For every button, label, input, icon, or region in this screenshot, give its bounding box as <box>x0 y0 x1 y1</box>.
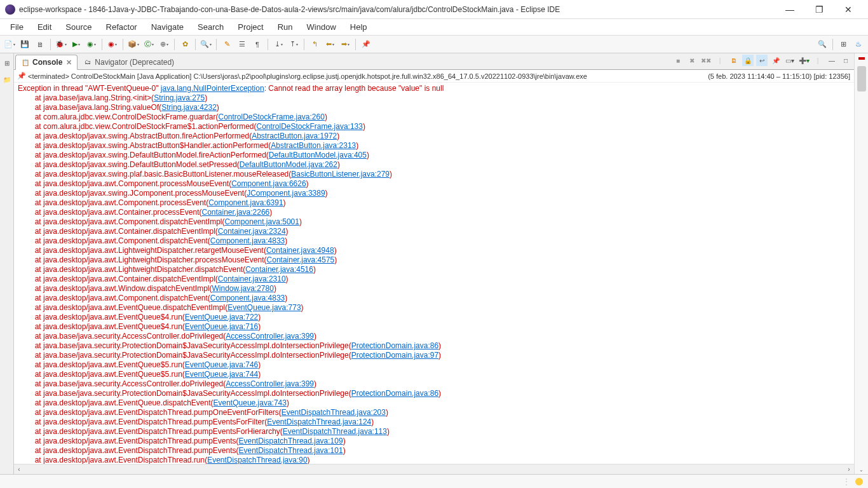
terminate-icon[interactable]: ■ <box>672 55 684 66</box>
menu-navigate[interactable]: Navigate <box>145 20 190 34</box>
tab-navigator[interactable]: 🗂 Navigator (Deprecated) <box>78 54 180 69</box>
stack-link[interactable]: EventDispatchThread.java:109 <box>239 437 343 445</box>
menu-help[interactable]: Help <box>344 20 374 34</box>
scroll-down-icon[interactable]: ⌄ <box>859 467 864 473</box>
pin-editor-button[interactable]: 📌 <box>359 37 373 51</box>
stack-link[interactable]: EventQueue.java:773 <box>227 303 301 312</box>
remove-launch-icon[interactable]: ✖ <box>686 55 698 66</box>
overview-ruler[interactable]: ⌄ <box>854 53 868 474</box>
minimize-view-icon[interactable]: — <box>826 55 837 66</box>
stack-link[interactable]: EventDispatchThread.java:203 <box>281 408 386 417</box>
error-marker-icon[interactable] <box>858 57 865 60</box>
new-package-button[interactable]: 📦▾ <box>126 37 140 51</box>
stack-link[interactable]: Component.java:6391 <box>208 198 283 207</box>
next-annotation-button[interactable]: ⤓▾ <box>271 37 285 51</box>
stack-link[interactable]: Container.java:2266 <box>201 208 269 217</box>
new-class-button[interactable]: Ⓒ▾ <box>142 37 156 51</box>
console-output[interactable]: Exception in thread "AWT-EventQueue-0" j… <box>14 83 854 464</box>
stack-link[interactable]: EventQueue.java:743 <box>214 398 287 407</box>
scroll-lock-icon[interactable]: 🔒 <box>742 55 754 66</box>
quick-access-button[interactable]: 🔍 <box>815 37 829 51</box>
stack-link[interactable]: Component.java:5001 <box>225 217 299 226</box>
window-close[interactable]: ✕ <box>834 0 863 19</box>
stack-link[interactable]: Container.java:2324 <box>218 227 286 236</box>
open-perspective-button[interactable]: ⊞ <box>836 37 850 51</box>
package-explorer-icon[interactable]: 📁 <box>0 72 14 86</box>
back-button[interactable]: ⬅▾ <box>323 37 337 51</box>
run-last-button[interactable]: ◉▾ <box>105 37 119 51</box>
scrollbar-thumb[interactable] <box>857 66 866 92</box>
window-maximize[interactable]: ❐ <box>804 0 834 19</box>
stack-link[interactable]: String.java:4232 <box>161 103 217 112</box>
stack-link[interactable]: AccessController.java:399 <box>226 379 314 388</box>
stack-link[interactable]: ControlDeStockFrame.java:260 <box>218 112 324 121</box>
menu-edit[interactable]: Edit <box>31 20 58 34</box>
stack-link[interactable]: ProtectionDomain.java:86 <box>351 341 438 350</box>
menu-file[interactable]: File <box>4 20 30 34</box>
maximize-view-icon[interactable]: □ <box>840 55 851 66</box>
prev-annotation-button[interactable]: ⤒▾ <box>287 37 301 51</box>
tab-console-close-icon[interactable]: ✕ <box>66 58 72 67</box>
clear-console-icon[interactable]: 🗎 <box>728 55 740 66</box>
stack-link[interactable]: EventQueue.java:722 <box>185 313 258 322</box>
stack-link[interactable]: Component.java:4833 <box>210 294 285 302</box>
stack-link[interactable]: EventDispatchThread.java:101 <box>239 446 343 455</box>
last-edit-button[interactable]: ↰ <box>308 37 322 51</box>
pin-console-icon[interactable]: 📌 <box>770 55 782 66</box>
save-button[interactable]: 💾 <box>18 37 32 51</box>
stack-link[interactable]: ControlDeStockFrame.java:133 <box>257 122 363 131</box>
debug-button[interactable]: 🐞▾ <box>54 37 68 51</box>
stack-link[interactable]: EventDispatchThread.java:113 <box>283 427 387 436</box>
stack-link[interactable]: Component.java:4833 <box>210 236 285 245</box>
stack-link[interactable]: EventQueue.java:746 <box>185 360 258 369</box>
exception-link[interactable]: java.lang.NullPointerException <box>161 84 264 93</box>
stack-link[interactable]: AbstractButton.java:1972 <box>252 132 337 140</box>
scroll-right-icon[interactable]: › <box>844 466 854 473</box>
display-console-icon[interactable]: ▭▾ <box>784 55 796 66</box>
stack-link[interactable]: Window.java:2780 <box>212 284 273 293</box>
stack-link[interactable]: EventDispatchThread.java:124 <box>267 417 371 426</box>
stack-link[interactable]: Container.java:4516 <box>245 265 313 274</box>
new-button[interactable]: 📄▾ <box>3 37 17 51</box>
tip-icon[interactable] <box>855 478 863 485</box>
stack-link[interactable]: JComponent.java:3389 <box>247 189 325 198</box>
open-type-button[interactable]: ✿ <box>178 37 192 51</box>
search-button[interactable]: 🔍▾ <box>199 37 213 51</box>
save-all-button[interactable]: 🗎 <box>33 37 47 51</box>
forward-button[interactable]: ➡▾ <box>338 37 352 51</box>
stack-link[interactable]: AccessController.java:399 <box>226 332 314 341</box>
stack-link[interactable]: DefaultButtonModel.java:405 <box>269 151 367 159</box>
remove-all-icon[interactable]: ✖✖ <box>700 55 712 66</box>
toggle-mark-button[interactable]: ✎ <box>220 37 234 51</box>
stack-link[interactable]: Container.java:4948 <box>266 246 334 255</box>
scroll-left-icon[interactable]: ‹ <box>14 466 24 473</box>
stack-link[interactable]: EventQueue.java:716 <box>185 322 258 331</box>
stack-link[interactable]: DefaultButtonModel.java:262 <box>240 160 337 169</box>
word-wrap-icon[interactable]: ↩ <box>756 55 768 66</box>
tab-console[interactable]: 📋 Console ✕ <box>15 55 78 70</box>
stack-link[interactable]: Container.java:2310 <box>218 274 286 283</box>
stack-link[interactable]: EventDispatchThread.java:90 <box>207 456 307 464</box>
coverage-button[interactable]: ◉▾ <box>85 37 98 51</box>
menu-refactor[interactable]: Refactor <box>100 20 144 34</box>
horizontal-scrollbar[interactable]: ‹ › <box>14 464 854 474</box>
toggle-block-button[interactable]: ☰ <box>235 37 249 51</box>
stack-link[interactable]: Container.java:4575 <box>267 255 335 264</box>
new-type-button[interactable]: ⊕▾ <box>157 37 171 51</box>
run-button[interactable]: ▶▾ <box>69 37 83 51</box>
java-perspective-button[interactable]: ♨ <box>851 37 865 51</box>
menu-search[interactable]: Search <box>191 20 230 34</box>
window-minimize[interactable]: — <box>775 0 804 19</box>
stack-link[interactable]: AbstractButton.java:2313 <box>271 141 356 150</box>
menu-project[interactable]: Project <box>231 20 269 34</box>
menu-source[interactable]: Source <box>59 20 98 34</box>
stack-link[interactable]: BasicButtonListener.java:279 <box>291 170 390 179</box>
show-whitespace-button[interactable]: ¶ <box>250 37 264 51</box>
stack-link[interactable]: EventQueue.java:744 <box>185 370 258 379</box>
open-console-icon[interactable]: ➕▾ <box>798 55 810 66</box>
restore-left-icon[interactable]: ⊞ <box>0 56 14 70</box>
menu-run[interactable]: Run <box>271 20 299 34</box>
stack-link[interactable]: ProtectionDomain.java:97 <box>351 351 438 360</box>
stack-link[interactable]: ProtectionDomain.java:86 <box>351 389 438 398</box>
stack-link[interactable]: Component.java:6626 <box>231 179 306 188</box>
